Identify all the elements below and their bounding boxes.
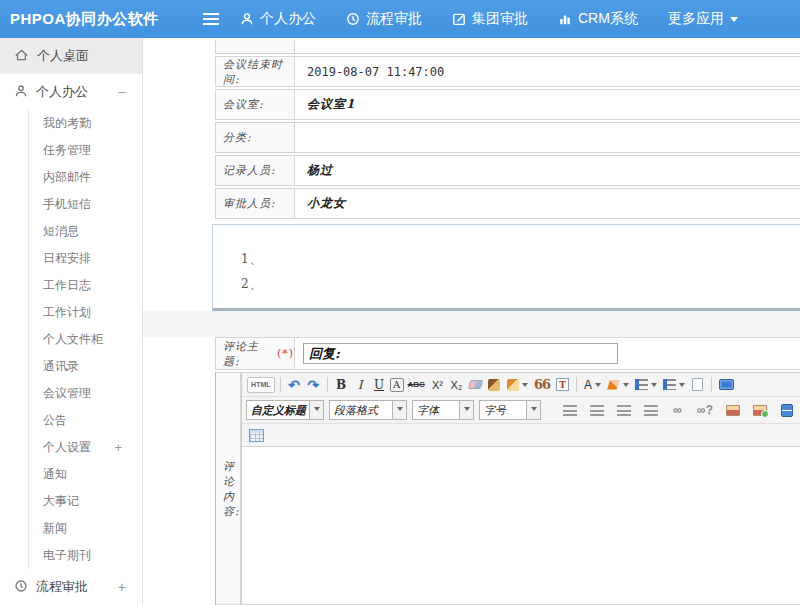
caret-down-icon [730,17,738,26]
char-border-button[interactable]: A [390,378,404,392]
strikethrough-button[interactable]: ABC [406,375,427,394]
ordered-list-button[interactable] [633,375,659,394]
html-source-button[interactable]: HTML [247,377,274,393]
undo-button[interactable]: ↶ [286,375,303,394]
font-color-button[interactable]: A [582,375,603,394]
insert-image-button[interactable] [724,401,742,420]
caret-down-icon [623,383,629,390]
superscript-button[interactable]: X² [429,375,446,394]
section-divider [143,311,800,337]
align-right-button[interactable] [615,401,633,420]
sidebar-item-personal-office[interactable]: 个人办公− [0,74,142,110]
sidebar-item-my-attendance[interactable]: 我的考勤 [29,110,142,137]
sidebar-item-e-journal[interactable]: 电子期刊 [29,542,142,569]
sidebar-item-label: 电子期刊 [43,547,91,564]
align-justify-button[interactable] [642,401,660,420]
blockquote-button[interactable]: 66 [532,375,552,394]
sidebar-item-short-message[interactable]: 短消息 [29,218,142,245]
sidebar-item-workflow-approval[interactable]: 流程审批+ [0,569,142,605]
highlight-color-icon [607,380,620,390]
editor-content-area[interactable] [242,447,800,604]
sidebar-item-personal-settings[interactable]: 个人设置+ [29,434,142,461]
sidebar-item-work-log[interactable]: 工作日志 [29,272,142,299]
caret-down-icon [522,383,528,390]
upload-image-button[interactable] [751,401,769,420]
sidebar-item-desktop[interactable]: 个人桌面 [0,38,142,74]
meeting-detail-table: 会议结束时间:2019-08-07 11:47:00会议室:会议室1分类:记录人… [215,40,800,221]
highlight-color-button[interactable] [605,375,631,394]
toolbar-divider [711,377,712,392]
align-left-button[interactable] [561,401,579,420]
caret-down-icon[interactable] [392,401,406,419]
sidebar-item-work-plan[interactable]: 工作计划 [29,299,142,326]
link-button[interactable]: ∞ [669,401,686,420]
unlink-button[interactable]: ∞? [695,401,715,420]
menu-workflow-approval[interactable]: 流程审批 [346,10,422,28]
toolbar-divider [576,377,577,392]
menu-label: 个人办公 [260,10,316,28]
comment-subject-input[interactable] [303,343,618,364]
sidebar-item-internal-mail[interactable]: 内部邮件 [29,164,142,191]
font-family-select[interactable]: 字体 [412,400,474,420]
sidebar-item-label: 通讯录 [43,358,79,375]
insert-table-button[interactable] [247,426,266,445]
menu-crm-system[interactable]: CRM系统 [558,10,638,28]
dropdown-value: 自定义标题 [247,403,309,418]
caret-down-icon[interactable] [526,401,540,419]
sidebar-item-label: 会议管理 [43,385,91,402]
menu-label: CRM系统 [578,10,638,28]
field-label: 会议结束时间: [215,56,295,87]
paragraph-format-select[interactable]: 段落格式 [329,400,407,420]
italic-button[interactable]: I [352,375,369,394]
menu-personal-office[interactable]: 个人办公 [240,10,316,28]
custom-heading-select[interactable]: 自定义标题 [246,400,324,420]
dropdown-value: 字体 [413,403,459,418]
collapse-icon[interactable]: − [118,84,126,100]
sidebar-item-announcement[interactable]: 公告 [29,407,142,434]
insert-template-button[interactable] [554,375,571,394]
sidebar-item-label: 新闻 [43,520,67,537]
sidebar-item-notice[interactable]: 通知 [29,461,142,488]
caret-down-icon [595,383,601,390]
sidebar-item-contacts[interactable]: 通讯录 [29,353,142,380]
sidebar-item-label: 公告 [43,412,67,429]
align-center-button[interactable] [588,401,606,420]
remove-format-button[interactable] [467,375,484,394]
sidebar-item-mobile-sms[interactable]: 手机短信 [29,191,142,218]
format-painter-button[interactable] [505,375,530,394]
sidebar: 个人桌面个人办公−我的考勤任务管理内部邮件手机短信短消息日程安排工作日志工作计划… [0,38,143,605]
bold-button[interactable]: B [333,375,350,394]
caret-down-icon[interactable] [459,401,473,419]
fullscreen-button[interactable] [717,375,736,394]
format-brush-button[interactable] [486,375,503,394]
sidebar-item-personal-file-cabinet[interactable]: 个人文件柜 [29,326,142,353]
sidebar-item-label: 通知 [43,466,67,483]
sidebar-item-schedule[interactable]: 日程安排 [29,245,142,272]
expand-icon[interactable]: + [118,579,126,595]
note-line: 2、 [241,276,800,293]
unordered-list-button[interactable] [661,375,687,394]
redo-button[interactable]: ↷ [305,375,322,394]
sidebar-item-meeting-management[interactable]: 会议管理 [29,380,142,407]
subscript-button[interactable]: X₂ [448,375,465,394]
expand-icon[interactable]: + [114,440,122,455]
align-center-icon [590,405,604,416]
field-value: 小龙女 [307,195,346,212]
columns-button[interactable] [778,401,795,420]
fullscreen-icon [719,379,734,390]
edit-icon [452,12,466,26]
font-size-select[interactable]: 字号 [479,400,541,420]
sidebar-item-label: 大事记 [43,493,79,510]
hamburger-menu-icon[interactable] [198,0,224,38]
caret-down-icon[interactable] [309,401,323,419]
new-page-button[interactable] [689,375,706,394]
sidebar-item-news[interactable]: 新闻 [29,515,142,542]
sidebar-item-label: 任务管理 [43,142,91,159]
sidebar-item-memorabilia[interactable]: 大事记 [29,488,142,515]
table-row: 记录人员:杨过 [215,155,800,186]
sidebar-item-task-management[interactable]: 任务管理 [29,137,142,164]
menu-group-approval[interactable]: 集团审批 [452,10,528,28]
underline-button[interactable]: U [371,375,388,394]
table-row: 会议室:会议室1 [215,89,800,120]
menu-more-apps[interactable]: 更多应用 [668,10,738,28]
